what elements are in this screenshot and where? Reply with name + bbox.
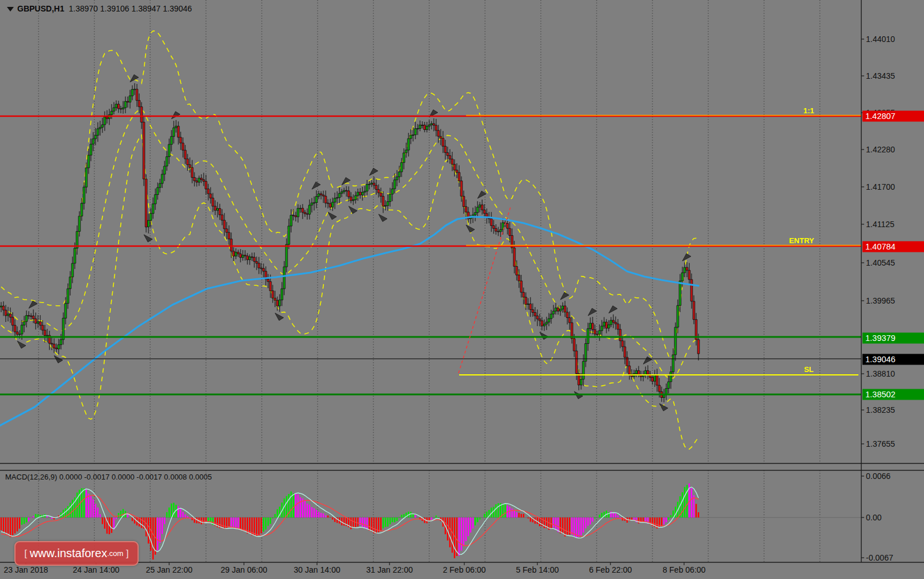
close-value: 1.39046 xyxy=(163,4,192,13)
price-axis-tick-label: 1.41125 xyxy=(866,220,895,229)
symbol-dropdown-icon[interactable] xyxy=(7,7,14,11)
macd-axis-tick-label: 0.00 xyxy=(866,513,881,522)
time-axis-label: 5 Feb 14:00 xyxy=(516,565,559,574)
time-axis-label: 30 Jan 14:00 xyxy=(294,565,341,574)
price-level-tag: 1.39046 xyxy=(862,354,924,365)
price-axis-tick-label: 1.37655 xyxy=(866,439,895,448)
price-level-tag: 1.38502 xyxy=(862,389,924,400)
price-axis-tick-label: 1.44010 xyxy=(866,34,895,44)
low-value: 1.38947 xyxy=(131,4,161,13)
price-level-tag: 1.40784 xyxy=(862,241,924,252)
time-axis-label: 2 Feb 06:00 xyxy=(443,565,486,574)
price-level-tag: 1.39379 xyxy=(862,333,924,344)
macd-indicator-label: MACD(12,26,9) 0.0000 -0.0017 0.0000 -0.0… xyxy=(5,473,212,481)
time-axis-label: 24 Jan 14:00 xyxy=(73,565,120,574)
trade-level-label: SL xyxy=(804,365,814,374)
watermark-open-bracket: [ xyxy=(24,548,29,559)
instaforex-watermark: [ www.instaforex.com ] xyxy=(14,541,139,566)
time-axis-label: 29 Jan 06:00 xyxy=(221,565,268,574)
chart-window: GBPUSD,H1 1.38970 1.39106 1.38947 1.3904… xyxy=(0,0,924,579)
symbol-period-label: GBPUSD,H1 xyxy=(17,4,64,13)
price-axis-tick-label: 1.43435 xyxy=(866,71,895,80)
trade-level-label: 1:1 xyxy=(803,106,814,115)
time-axis-label: 31 Jan 22:00 xyxy=(366,565,413,574)
price-axis-tick-label: 1.39965 xyxy=(866,296,895,305)
watermark-text: www.instaforex xyxy=(30,547,108,560)
chart-ohlc-header: GBPUSD,H1 1.38970 1.39106 1.38947 1.3904… xyxy=(17,4,192,13)
price-axis-tick-label: 1.38810 xyxy=(866,369,895,378)
high-value: 1.39106 xyxy=(100,4,129,13)
price-axis-tick-label: 1.38235 xyxy=(866,405,895,415)
price-level-tag: 1.42807 xyxy=(862,111,924,122)
trade-level-label: ENTRY xyxy=(789,236,814,245)
watermark-suffix: .com xyxy=(107,549,123,558)
price-axis-tick-label: 1.40545 xyxy=(866,258,895,267)
macd-axis-tick-label: 0.0066 xyxy=(866,471,891,481)
macd-axis-tick-label: -0.0067 xyxy=(866,553,893,562)
price-axis-tick-label: 1.42280 xyxy=(866,145,895,154)
time-axis-label: 6 Feb 22:00 xyxy=(589,565,632,574)
time-axis-label: 23 Jan 2018 xyxy=(3,565,48,574)
time-axis-label: 25 Jan 22:00 xyxy=(146,565,193,574)
price-axis-tick-label: 1.41700 xyxy=(866,182,895,191)
price-chart-canvas[interactable] xyxy=(0,0,924,579)
open-value: 1.38970 xyxy=(68,4,98,13)
time-axis-label: 8 Feb 06:00 xyxy=(663,565,706,574)
watermark-close-bracket: ] xyxy=(123,548,128,559)
